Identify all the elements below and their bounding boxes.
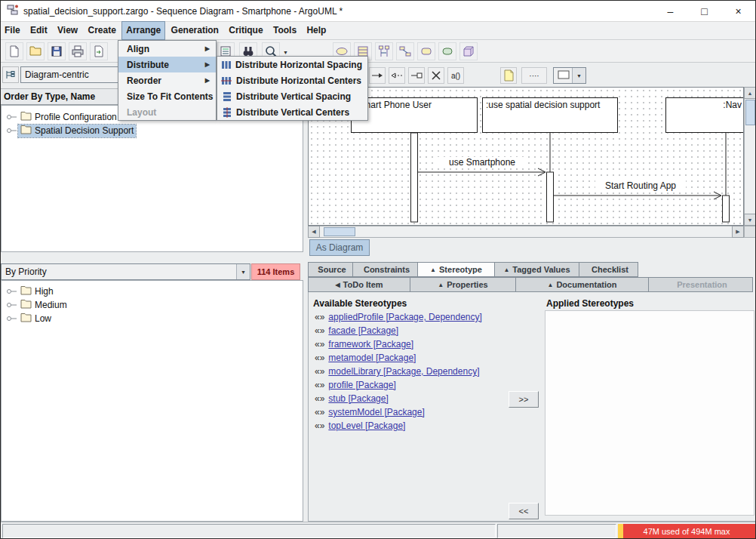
todo-filter-dropdown-arrow-icon[interactable]: ▼	[236, 264, 250, 279]
menu-arrange[interactable]: Arrange	[122, 22, 164, 39]
list-item[interactable]: «»facade [Package]	[315, 324, 505, 337]
shape-dropdown[interactable]: ▼	[553, 67, 586, 84]
remove-stereotype-button[interactable]: <<	[509, 503, 539, 519]
add-stereotype-button[interactable]: >>	[509, 391, 539, 408]
horizontal-scrollbar[interactable]	[308, 226, 744, 238]
tab-constraints[interactable]: Constraints	[353, 262, 418, 277]
expand-handle-icon[interactable]	[6, 125, 18, 136]
shape-dropdown-arrow-icon[interactable]: ▼	[572, 68, 585, 83]
tab-source[interactable]: Source	[308, 262, 353, 277]
expand-handle-icon[interactable]	[6, 313, 18, 324]
horizontal-scrollbar-thumb[interactable]	[324, 227, 355, 236]
activity-diagram-icon[interactable]	[438, 42, 456, 60]
close-button[interactable]: ×	[721, 1, 755, 21]
list-item[interactable]: «»metamodel [Package]	[315, 351, 505, 365]
new-icon[interactable]	[5, 42, 23, 60]
menu-item-distribute[interactable]: Distribute ▶	[118, 57, 216, 72]
message-label[interactable]: Start Routing App	[595, 180, 686, 191]
tab-checklist[interactable]: Checklist	[579, 262, 638, 277]
tab-properties[interactable]: ▲Properties	[410, 277, 516, 292]
stereotype-link[interactable]: topLevel [Package]	[328, 420, 405, 431]
menu-file[interactable]: File	[1, 22, 24, 39]
tab-tagged-values[interactable]: ▲Tagged Values	[495, 262, 579, 277]
list-item[interactable]: «»profile [Package]	[315, 378, 505, 392]
open-icon[interactable]	[26, 42, 45, 60]
configure-perspectives-button[interactable]	[2, 66, 19, 83]
tree-item-low[interactable]: Low	[18, 313, 54, 325]
call-message-tool-icon[interactable]	[369, 67, 386, 84]
todo-filter-combobox[interactable]: By Priority ▼	[1, 263, 250, 280]
tab-as-diagram[interactable]: As Diagram	[309, 239, 370, 256]
tree-item-medium[interactable]: Medium	[18, 299, 69, 312]
menu-generation[interactable]: Generation	[167, 22, 223, 39]
sequence-diagram-icon[interactable]	[375, 42, 393, 60]
stereotype-link[interactable]: systemModel [Package]	[328, 407, 424, 417]
menu-item-distribute-vertical-spacing[interactable]: Distribute Vertical Spacing	[217, 88, 367, 104]
stereotype-link[interactable]: facade [Package]	[328, 325, 398, 336]
action-tool-icon[interactable]: a()	[447, 67, 464, 84]
collaboration-diagram-icon[interactable]	[396, 42, 414, 60]
deployment-diagram-icon[interactable]	[459, 42, 478, 60]
stereotype-link[interactable]: appliedProfile [Package, Dependency]	[328, 312, 481, 322]
applied-stereotypes-list[interactable]	[545, 310, 754, 516]
menu-item-reorder[interactable]: Reorder ▶	[118, 72, 216, 88]
spline-tool-icon[interactable]: ····	[521, 67, 547, 84]
menu-item-distribute-vertical-centers[interactable]: Distribute Vertical Centers	[217, 104, 367, 120]
tab-todo-item[interactable]: ◀ToDo Item	[308, 277, 410, 292]
create-message-tool-icon[interactable]	[408, 67, 425, 84]
menu-view[interactable]: View	[54, 22, 81, 39]
menu-item-size-to-fit-contents[interactable]: Size To Fit Contents	[118, 88, 216, 104]
list-item[interactable]: «»topLevel [Package]	[315, 419, 505, 433]
menu-help[interactable]: Help	[303, 22, 330, 39]
save-icon[interactable]	[48, 42, 66, 60]
tab-presentation[interactable]: Presentation	[649, 277, 753, 292]
menu-item-align[interactable]: Align ▶	[118, 41, 216, 57]
comment-tool-icon[interactable]	[500, 67, 517, 84]
memory-meter: 47M used of 494M max	[618, 524, 755, 538]
lifeline-box[interactable]: :Smart Phone User	[351, 97, 478, 133]
tree-item-high[interactable]: High	[18, 285, 56, 298]
tab-documentation[interactable]: ▲Documentation	[516, 277, 649, 292]
lifeline-box[interactable]: :use spatial decision support	[482, 97, 618, 133]
statechart-diagram-icon[interactable]	[417, 42, 435, 60]
stereotype-link[interactable]: modelLibrary [Package, Dependency]	[328, 366, 479, 377]
return-message-tool-icon[interactable]	[389, 67, 405, 84]
tab-stereotype[interactable]: ▲Stereotype	[418, 262, 495, 277]
expand-handle-icon[interactable]	[6, 112, 18, 122]
print-icon[interactable]	[69, 42, 87, 60]
menu-item-distribute-horizontal-spacing[interactable]: Distribute Horizontal Spacing	[217, 57, 367, 72]
menu-critique[interactable]: Critique	[225, 22, 266, 39]
list-item[interactable]: «»stub [Package]	[315, 392, 505, 405]
list-item[interactable]: «»framework [Package]	[315, 337, 505, 351]
stereotype-link[interactable]: stub [Package]	[328, 393, 388, 404]
expand-handle-icon[interactable]	[6, 286, 18, 297]
menu-item-distribute-horizontal-centers[interactable]: Distribute Horizontal Centers	[217, 72, 367, 88]
stereotype-link[interactable]: metamodel [Package]	[328, 353, 416, 363]
tree-item-profile-configuration[interactable]: Profile Configuration	[18, 111, 119, 124]
list-item[interactable]: «»modelLibrary [Package, Dependency]	[315, 365, 505, 378]
list-item[interactable]: «»systemModel [Package]	[315, 405, 505, 419]
menu-tools[interactable]: Tools	[269, 22, 300, 39]
list-item[interactable]: «»appliedProfile [Package, Dependency]	[315, 310, 505, 324]
maximize-button[interactable]: □	[687, 1, 721, 21]
vertical-scrollbar-thumb[interactable]	[745, 100, 755, 125]
export-icon[interactable]	[90, 42, 108, 60]
menu-item-label: Align	[127, 44, 195, 54]
diagram-canvas[interactable]: :Smart Phone User :use spatial decision …	[308, 87, 744, 226]
scroll-right-icon[interactable]: ▶	[732, 226, 744, 238]
scroll-down-icon[interactable]: ▼	[744, 214, 756, 226]
stereotype-link[interactable]: profile [Package]	[328, 380, 395, 390]
tree-item-spatial-decision-support[interactable]: Spatial Decision Support	[18, 125, 136, 137]
expand-handle-icon[interactable]	[6, 300, 18, 310]
lifeline-box[interactable]: :Nav	[665, 97, 744, 133]
stereotype-link[interactable]: framework [Package]	[328, 339, 413, 350]
destroy-message-tool-icon[interactable]	[428, 67, 444, 84]
vertical-scrollbar[interactable]	[744, 87, 756, 226]
scroll-left-icon[interactable]: ◀	[308, 226, 320, 238]
window-controls: – □ ×	[653, 1, 755, 21]
menu-edit[interactable]: Edit	[26, 22, 51, 39]
menu-create[interactable]: Create	[85, 22, 120, 39]
message-label[interactable]: use Smartphone	[437, 157, 527, 168]
scroll-up-icon[interactable]: ▲	[744, 87, 756, 99]
minimize-button[interactable]: –	[653, 1, 687, 21]
